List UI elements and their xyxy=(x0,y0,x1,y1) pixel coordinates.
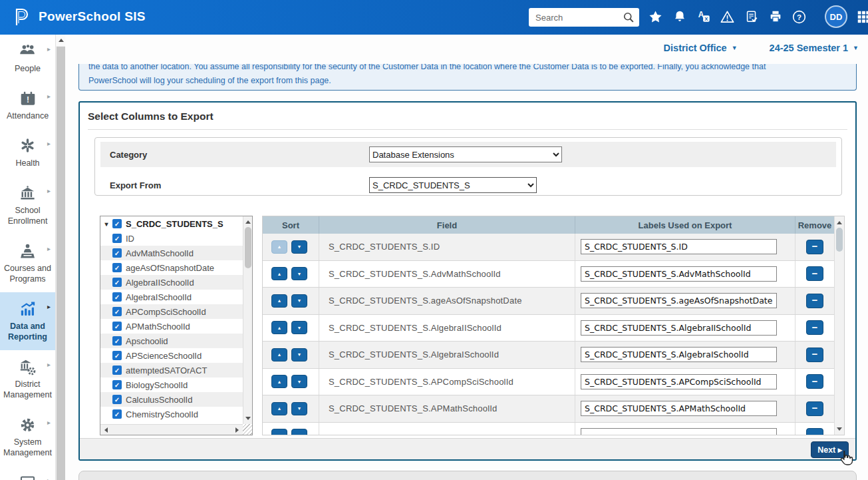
sidebar-item-attendance[interactable]: !Attendance xyxy=(0,82,55,129)
search-icon[interactable] xyxy=(622,11,635,27)
scrollbar-thumb[interactable] xyxy=(245,227,251,268)
sidebar-item-courses-and-programs[interactable]: Courses and Programs xyxy=(0,234,55,292)
favorites-icon[interactable] xyxy=(648,9,663,25)
report-submission-icon[interactable] xyxy=(744,9,759,25)
checkbox-checked-icon[interactable] xyxy=(112,234,122,243)
move-down-button[interactable] xyxy=(291,267,307,280)
sidebar-item-system-management[interactable]: System Management xyxy=(0,408,55,466)
sidebar-item-people[interactable]: People xyxy=(0,35,55,82)
move-down-button[interactable] xyxy=(291,294,307,308)
scrollbar-thumb[interactable] xyxy=(57,47,65,480)
remove-button[interactable] xyxy=(806,401,823,416)
scroll-up-icon[interactable] xyxy=(56,35,66,46)
checkbox-checked-icon[interactable] xyxy=(112,307,122,316)
scroll-right-icon[interactable] xyxy=(233,425,241,434)
move-down-button[interactable] xyxy=(291,321,307,334)
move-down-button[interactable] xyxy=(291,240,307,254)
move-up-button[interactable] xyxy=(271,294,287,308)
school-scope-selector[interactable]: District Office xyxy=(664,43,738,53)
sidebar-item-health[interactable]: Health xyxy=(0,129,55,176)
tree-field-row[interactable]: BiologySchoolId xyxy=(100,377,243,392)
sidebar-item-school-enrollment[interactable]: School Enrollment xyxy=(0,176,55,234)
move-up-button[interactable] xyxy=(271,240,287,254)
avatar[interactable]: DD xyxy=(825,5,847,28)
checkbox-checked-icon[interactable] xyxy=(112,336,122,346)
tree-field-row[interactable]: AlgebraISchoolId xyxy=(100,290,243,304)
checkbox-checked-icon[interactable] xyxy=(112,248,122,258)
apps-grid-icon[interactable] xyxy=(857,10,868,27)
move-down-button[interactable] xyxy=(291,402,307,415)
checkbox-checked-icon[interactable] xyxy=(112,351,122,360)
checkbox-checked-icon[interactable] xyxy=(112,409,122,419)
tree-field-row[interactable]: ageAsOfSnapshotDate xyxy=(100,260,243,275)
remove-button[interactable] xyxy=(806,266,823,281)
export-from-select[interactable]: S_CRDC_STUDENTS_S xyxy=(369,177,537,193)
tree-field-row[interactable]: AdvMathSchoolId xyxy=(100,246,243,260)
export-label-input[interactable] xyxy=(581,428,777,435)
remove-button[interactable] xyxy=(806,320,823,335)
notifications-icon[interactable] xyxy=(672,9,687,25)
move-up-button[interactable] xyxy=(271,429,287,435)
tree-vertical-scrollbar[interactable] xyxy=(243,216,252,424)
tree-field-row[interactable]: APMathSchoolId xyxy=(100,319,243,334)
alerts-icon[interactable] xyxy=(720,9,735,25)
checkbox-checked-icon[interactable] xyxy=(112,278,122,287)
remove-button[interactable] xyxy=(806,374,823,389)
checkbox-checked-icon[interactable] xyxy=(112,292,122,302)
tree-field-row[interactable]: CalculusSchoolId xyxy=(100,392,243,407)
search-input[interactable] xyxy=(529,8,622,27)
next-button[interactable]: Next ▸ xyxy=(811,441,849,458)
scroll-down-icon[interactable] xyxy=(243,414,252,423)
remove-button[interactable] xyxy=(806,348,823,362)
move-down-button[interactable] xyxy=(291,429,307,435)
export-label-input[interactable] xyxy=(581,293,777,308)
resize-grip[interactable] xyxy=(243,424,252,435)
checkbox-checked-icon[interactable] xyxy=(112,219,122,228)
checkbox-checked-icon[interactable] xyxy=(112,365,122,375)
term-selector[interactable]: 24-25 Semester 1 xyxy=(770,43,859,53)
content-vertical-scrollbar[interactable] xyxy=(55,35,65,480)
scrollbar-thumb[interactable] xyxy=(836,228,843,252)
export-label-input[interactable] xyxy=(581,320,777,336)
sidebar-item-district-management[interactable]: District Management xyxy=(0,350,55,408)
remove-button[interactable] xyxy=(806,428,823,435)
tree-field-row[interactable]: ChemistrySchoolId xyxy=(100,407,243,421)
move-up-button[interactable] xyxy=(271,402,287,415)
category-select[interactable]: Database Extensions xyxy=(369,146,562,162)
export-label-input[interactable] xyxy=(581,266,777,282)
move-up-button[interactable] xyxy=(271,375,287,388)
checkbox-checked-icon[interactable] xyxy=(112,380,122,389)
tree-field-row[interactable]: AlgebraIISchoolId xyxy=(100,275,243,290)
help-icon[interactable]: ? xyxy=(792,9,807,25)
export-label-input[interactable] xyxy=(581,347,777,362)
tree-field-row[interactable]: APCompSciSchoolId xyxy=(100,304,243,319)
remove-button[interactable] xyxy=(806,294,823,308)
move-up-button[interactable] xyxy=(271,321,287,334)
checkbox-checked-icon[interactable] xyxy=(112,395,122,404)
translate-icon[interactable]: AX xyxy=(696,9,711,25)
scroll-up-icon[interactable] xyxy=(243,218,252,226)
move-up-button[interactable] xyxy=(271,348,287,361)
sidebar-item-data-and-reporting[interactable]: Data and Reporting xyxy=(0,292,55,350)
tree-field-row[interactable]: Apschoolid xyxy=(100,334,243,348)
move-down-button[interactable] xyxy=(291,375,307,388)
move-down-button[interactable] xyxy=(291,348,307,361)
checkbox-checked-icon[interactable] xyxy=(112,322,122,331)
tree-root-row[interactable]: S_CRDC_STUDENTS_S xyxy=(100,216,243,231)
move-up-button[interactable] xyxy=(271,267,287,280)
scroll-left-icon[interactable] xyxy=(102,425,110,434)
tree-field-row[interactable]: ID xyxy=(100,231,243,246)
export-label-input[interactable] xyxy=(581,374,777,389)
remove-button[interactable] xyxy=(806,240,823,254)
tree-horizontal-scrollbar[interactable] xyxy=(100,424,243,435)
scroll-up-icon[interactable] xyxy=(835,218,844,226)
tree-field-row[interactable]: attemptedSATOrACT xyxy=(100,363,243,377)
collapse-caret-icon[interactable] xyxy=(102,220,111,228)
checkbox-checked-icon[interactable] xyxy=(112,263,122,272)
export-label-input[interactable] xyxy=(581,239,777,254)
export-label-input[interactable] xyxy=(581,401,777,416)
scroll-down-icon[interactable] xyxy=(835,425,844,433)
print-icon[interactable] xyxy=(768,9,783,25)
tree-field-row[interactable]: APScienceSchoolId xyxy=(100,348,243,363)
table-vertical-scrollbar[interactable] xyxy=(834,216,844,435)
